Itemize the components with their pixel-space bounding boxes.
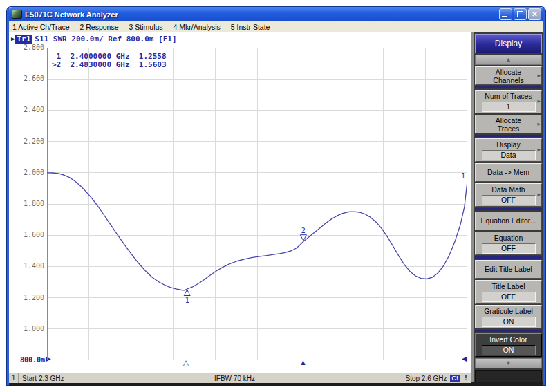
softkey-value: OFF [482, 243, 536, 254]
softkey-value: ON [482, 317, 536, 327]
y-axis-label: 2.400 [9, 106, 44, 113]
softkey-group-divider [475, 86, 542, 88]
softkey-value: 1 [482, 102, 536, 112]
y-axis-label: 1.200 [9, 294, 44, 301]
softkey-data-math[interactable]: Data MathOFF▸ [475, 183, 542, 207]
restore-button[interactable] [514, 8, 527, 20]
window-title: E5071C Network Analyzer [25, 10, 498, 19]
cal-interpolated-badge: C! [450, 375, 461, 382]
softkey-value: ON [482, 345, 536, 355]
y-axis-label: 2.600 [9, 75, 44, 82]
scroll-up-icon: ▲ [505, 57, 512, 63]
minimize-icon [502, 16, 507, 17]
warning-indicator: ! [462, 373, 469, 383]
softkey-label: Allocate Traces [487, 116, 530, 133]
active-trace-pointer-icon: ▶ [11, 35, 15, 42]
menu-item-1-active-ch-trace[interactable]: 1 Active Ch/Trace [12, 23, 69, 31]
softkey-group-divider [475, 256, 542, 259]
y-axis-label: 1.000 [9, 325, 44, 333]
app-window: E5071C Network Analyzer ✕ 1 Active Ch/Tr… [7, 7, 545, 385]
softkey-title-label[interactable]: Title LabelOFF [475, 280, 542, 304]
submenu-arrow-icon: ▸ [537, 97, 541, 104]
submenu-arrow-icon: ▸ [537, 191, 541, 198]
submenu-arrow-icon: ▸ [537, 72, 541, 79]
softkey-value: Data [482, 150, 536, 160]
softkey-group-divider [475, 330, 542, 332]
softkey-label: Equation [494, 234, 523, 243]
softkey-allocate-channels[interactable]: Allocate Channels▸ [475, 66, 542, 85]
softkey-label: Num of Traces [485, 92, 532, 101]
trace-badge: Tr1 [15, 35, 32, 44]
softkey-group-divider [475, 135, 542, 137]
trace-format-text: S11 SWR 200.0m/ Ref 800.0m [F1] [35, 35, 176, 44]
menu-item-2-response[interactable]: 2 Response [79, 23, 118, 31]
softkey-scroll-up-button[interactable]: ▲ [475, 55, 542, 65]
active-marker-position-icon[interactable]: ▲ [299, 358, 307, 366]
softkey-menu: Display ▲ Allocate Channels▸Num of Trace… [471, 32, 543, 382]
swr-plot-svg: 121 [47, 48, 467, 360]
softkey-value: OFF [482, 195, 536, 205]
softkey-data-mem[interactable]: Data -> Mem [475, 163, 542, 182]
cropped-text-artifact: - -- - - -- --- -- - [229, 1, 347, 5]
softkey-label: Data -> Mem [487, 168, 529, 177]
softkey-value: OFF [482, 292, 536, 302]
softkey-equation-editor[interactable]: Equation Editor... [475, 212, 542, 230]
marker-1-glyph[interactable] [184, 290, 190, 296]
softkey-invert-color[interactable]: Invert ColorON [475, 333, 542, 357]
reference-level-label: 800.0m [13, 356, 45, 364]
softkey-label: Display [496, 140, 520, 149]
y-axis-label: 2.000 [9, 169, 44, 176]
y-axis-label: 1.800 [9, 200, 44, 207]
menu-bar: 1 Active Ch/Trace2 Response3 Stimulus4 M… [9, 21, 543, 32]
softkey-num-of-traces[interactable]: Num of Traces1▸ [475, 90, 542, 113]
close-button[interactable]: ✕ [528, 8, 541, 20]
softkey-label: Data Math [491, 185, 525, 194]
status-bar: 1 Start 2.3 GHz IFBW 70 kHz Stop 2.6 GHz… [9, 373, 471, 383]
app-icon [12, 10, 22, 19]
softkey-empty-area [475, 370, 542, 382]
softkey-label: Allocate Channels [487, 68, 530, 84]
channel-number: 1 [9, 373, 19, 383]
trace-end-number: 1 [461, 172, 465, 180]
client-area: ▶Tr1S11 SWR 200.0m/ Ref 800.0m [F1] 1 2.… [9, 32, 543, 382]
close-icon: ✕ [532, 11, 537, 18]
title-bar: E5071C Network Analyzer ✕ [9, 7, 543, 21]
start-frequency: Start 2.3 GHz [19, 375, 64, 382]
minimize-button[interactable] [499, 8, 512, 20]
softkey-edit-title-label[interactable]: Edit Title Label [475, 260, 542, 279]
submenu-arrow-icon: ▸ [537, 146, 541, 153]
trace-status-bar: ▶Tr1S11 SWR 200.0m/ Ref 800.0m [F1] [11, 34, 177, 44]
softkey-label: Invert Color [489, 335, 527, 344]
softkey-equation[interactable]: EquationOFF [475, 232, 542, 255]
menu-item-5-instr-state[interactable]: 5 Instr State [231, 23, 270, 31]
marker-1-number: 1 [185, 297, 189, 304]
softkey-label: Title Label [491, 282, 525, 291]
softkey-scroll-down-button[interactable]: ▼ [475, 358, 542, 368]
y-axis-label: 1.600 [9, 231, 44, 239]
softkey-group-divider [475, 208, 542, 210]
y-axis-label: 2.800 [9, 44, 44, 51]
softkey-allocate-traces[interactable]: Allocate Traces▸ [475, 115, 542, 133]
softkey-menu-title: Display [475, 34, 542, 53]
submenu-arrow-icon: ▸ [537, 120, 541, 127]
restore-icon [517, 11, 523, 17]
stop-frequency: Stop 2.6 GHz [405, 375, 449, 382]
marker-position-icon[interactable]: △ [183, 358, 189, 367]
scroll-down-icon: ▼ [505, 360, 512, 366]
softkey-display[interactable]: DisplayData▸ [475, 138, 542, 162]
channel-window: ▶Tr1S11 SWR 200.0m/ Ref 800.0m [F1] 1 2.… [9, 32, 471, 373]
softkey-label: Edit Title Label [485, 265, 532, 274]
plot-area[interactable]: 121 [47, 48, 467, 360]
y-axis-label: 1.400 [9, 262, 44, 270]
ifbw-readout: IFBW 70 kHz [64, 375, 406, 382]
y-axis-label: 2.200 [9, 138, 44, 145]
softkey-label: Graticule Label [484, 307, 533, 316]
softkey-label: Equation Editor... [481, 216, 536, 225]
menu-item-4-mkr-analysis[interactable]: 4 Mkr/Analysis [174, 23, 221, 31]
marker-stimulus-strip: △▲ [47, 360, 467, 371]
softkey-graticule-label[interactable]: Graticule LabelON [475, 305, 542, 328]
marker-2-number: 2 [301, 227, 306, 234]
menu-item-3-stimulus[interactable]: 3 Stimulus [129, 23, 163, 31]
